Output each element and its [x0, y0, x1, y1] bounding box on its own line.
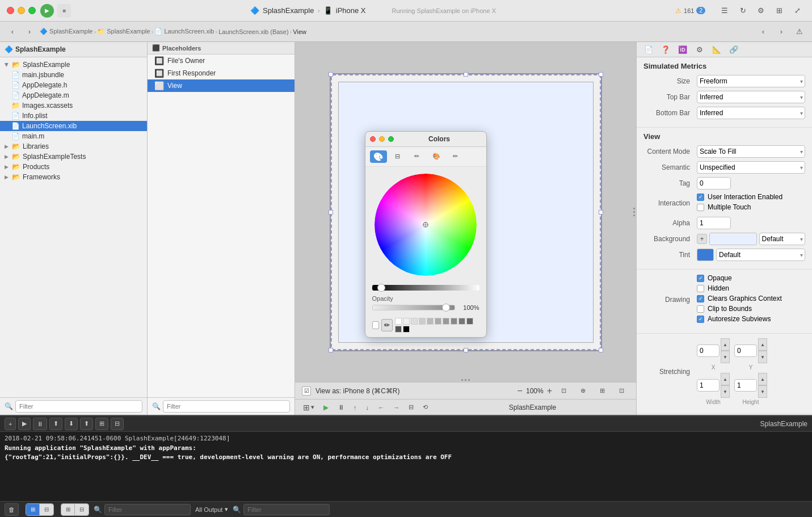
- footer-trash-btn[interactable]: 🗑: [5, 503, 19, 516]
- grid-swatch-2[interactable]: [403, 318, 410, 325]
- clears-checkbox[interactable]: [697, 295, 704, 302]
- cp-minimize[interactable]: [379, 136, 385, 142]
- file-filter-input[interactable]: [15, 400, 142, 413]
- user-interaction-checkbox[interactable]: [697, 194, 704, 201]
- grid-swatch-4[interactable]: [419, 318, 426, 325]
- close-button[interactable]: [7, 7, 14, 14]
- stretch-y-input[interactable]: [734, 344, 757, 357]
- view-as-checkbox[interactable]: ☑: [302, 386, 311, 396]
- cp-brightness-slider[interactable]: [372, 285, 479, 291]
- background-color-swatch[interactable]: [709, 233, 757, 245]
- cp-brightness-thumb[interactable]: [377, 284, 385, 292]
- minimize-button[interactable]: [18, 7, 25, 14]
- cp-eyedropper[interactable]: ✏: [381, 319, 393, 331]
- tree-item-info-plist[interactable]: 📄 Info.plist: [0, 111, 147, 121]
- stretch-x-input[interactable]: [697, 344, 720, 357]
- grid-swatch-12[interactable]: [403, 326, 410, 333]
- cp-tab-wheel[interactable]: 🎨: [370, 150, 387, 163]
- ib-nav-down[interactable]: ↓: [363, 401, 373, 414]
- bc-view[interactable]: View: [293, 28, 306, 35]
- multiple-touch-checkbox[interactable]: [697, 204, 704, 211]
- top-bar-select[interactable]: Inferred: [697, 91, 805, 103]
- ib-nav-up[interactable]: ↑: [350, 401, 360, 414]
- tree-item-images-xcassets[interactable]: 📁 Images.xcassets: [0, 100, 147, 111]
- grid-swatch-8[interactable]: [451, 318, 457, 325]
- sidebar-toggle[interactable]: ☰: [717, 4, 733, 18]
- bc-launchscreen-xib[interactable]: 📄 LaunchScreen.xib: [154, 28, 214, 35]
- canvas-resize-handle-bottom[interactable]: [455, 377, 477, 382]
- tree-item-products[interactable]: ▶ 📂 Products: [0, 162, 147, 172]
- grid-swatch-1[interactable]: [395, 318, 402, 325]
- stretch-x-down[interactable]: ▼: [721, 351, 730, 363]
- cp-swatch-white[interactable]: [372, 321, 380, 329]
- breadcrumb-collapse[interactable]: ›: [773, 25, 789, 39]
- ib-pause-btn[interactable]: ⏸: [334, 401, 348, 414]
- cp-opacity-slider[interactable]: [372, 305, 455, 310]
- forward-button[interactable]: ›: [22, 25, 37, 39]
- autoresize-checkbox[interactable]: [697, 316, 704, 323]
- tint-color-swatch[interactable]: [697, 249, 714, 261]
- constraint-btn[interactable]: ⊡: [613, 384, 629, 398]
- attributes-inspector-btn[interactable]: ⚙: [692, 42, 707, 57]
- footer-seg2-1[interactable]: ⊞: [61, 504, 75, 515]
- expand-btn[interactable]: ⤢: [789, 4, 805, 18]
- settings-btn[interactable]: ⚙: [753, 4, 769, 18]
- bottom-play-btn[interactable]: ▶: [18, 418, 31, 430]
- tree-item-main-jsbundle[interactable]: 📄 main.jsbundle: [0, 70, 147, 80]
- cp-tab-sliders[interactable]: ⊟: [389, 150, 406, 163]
- bottom-step-in-btn[interactable]: ⬇: [65, 418, 78, 430]
- maximize-button[interactable]: [28, 7, 36, 14]
- bc-launchscreen-base[interactable]: LaunchScreen.xib (Base): [218, 28, 289, 35]
- bottom-filter-left[interactable]: [104, 504, 191, 515]
- background-select[interactable]: Default: [759, 233, 806, 245]
- tree-item-frameworks[interactable]: ▶ 📂 Frameworks: [0, 172, 147, 182]
- ib-add-btn[interactable]: ⊞ ▾: [300, 401, 318, 414]
- color-wheel-container[interactable]: [365, 167, 486, 283]
- quick-help-btn[interactable]: ❓: [658, 42, 673, 57]
- breadcrumb-expand[interactable]: ‹: [755, 25, 771, 39]
- bottom-pause-btn[interactable]: ⏸: [33, 418, 47, 430]
- bottom-filter-right[interactable]: [243, 504, 330, 515]
- content-mode-select[interactable]: Scale To Fill: [697, 145, 805, 158]
- stretch-y-down[interactable]: ▼: [758, 351, 767, 363]
- grid-swatch-6[interactable]: [435, 318, 441, 325]
- grid-swatch-7[interactable]: [443, 318, 449, 325]
- tree-item-appdelegate-h[interactable]: 📄 AppDelegate.h: [0, 80, 147, 90]
- stretch-h-up[interactable]: ▲: [758, 373, 767, 385]
- tree-item-appdelegate-m[interactable]: 📄 AppDelegate.m: [0, 90, 147, 100]
- color-wheel[interactable]: [375, 174, 477, 276]
- ib-connect-btn[interactable]: ⟲: [419, 401, 431, 414]
- refresh-btn[interactable]: ↻: [735, 4, 751, 18]
- connections-inspector-btn[interactable]: 🔗: [726, 42, 741, 57]
- footer-seg-2[interactable]: ⊟: [40, 504, 53, 515]
- bottom-step-out-btn[interactable]: ⬆: [80, 418, 93, 430]
- cp-opacity-thumb[interactable]: [442, 304, 450, 312]
- grid-swatch-11[interactable]: [395, 326, 402, 333]
- run-button[interactable]: ▶: [40, 4, 54, 18]
- bottom-step-over-btn[interactable]: ⬆: [49, 418, 62, 430]
- grid-swatch-10[interactable]: [466, 318, 473, 325]
- tag-input[interactable]: [697, 177, 731, 190]
- cp-close[interactable]: [370, 136, 376, 142]
- footer-seg2-2[interactable]: ⊟: [75, 504, 89, 515]
- ib-nav-right[interactable]: →: [390, 401, 403, 414]
- cp-tab-pencil[interactable]: ✏: [409, 150, 426, 163]
- hidden-checkbox[interactable]: [697, 285, 704, 292]
- ib-first-responder[interactable]: 🔲 First Responder: [148, 67, 294, 79]
- tree-item-libraries[interactable]: ▶ 📂 Libraries: [0, 141, 147, 152]
- stretch-w-up[interactable]: ▲: [721, 373, 730, 385]
- bottom-bar-select[interactable]: Inferred: [697, 107, 805, 119]
- bottom-memory-btn[interactable]: ⊞: [95, 418, 108, 430]
- grid-swatch-5[interactable]: [427, 318, 434, 325]
- stretch-x-up[interactable]: ▲: [721, 338, 730, 351]
- cp-tab-palette[interactable]: 🎨: [428, 150, 445, 163]
- ib-filter-input[interactable]: [163, 400, 290, 413]
- bottom-simulate-btn[interactable]: ⊟: [111, 418, 124, 430]
- size-select[interactable]: Freeform: [697, 75, 805, 87]
- back-button[interactable]: ‹: [5, 25, 20, 39]
- layout-seg-btn[interactable]: ⊞: [594, 384, 610, 398]
- layout-btn[interactable]: ⊞: [771, 4, 787, 18]
- file-inspector-btn[interactable]: 📄: [641, 42, 656, 57]
- footer-seg-1[interactable]: ⊞: [26, 504, 40, 515]
- stretch-h-down[interactable]: ▼: [758, 385, 767, 398]
